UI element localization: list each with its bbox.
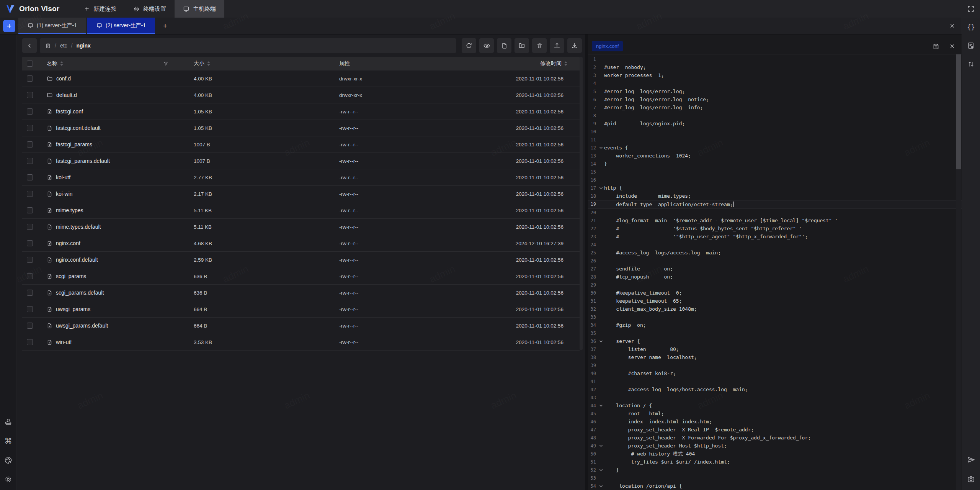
fold-toggle[interactable]	[598, 154, 604, 158]
fold-toggle[interactable]	[598, 243, 604, 247]
fold-toggle[interactable]	[598, 428, 604, 432]
file-row[interactable]: mime.types.default 5.11 KB -rw-r--r-- 20…	[22, 219, 580, 235]
fold-toggle[interactable]	[598, 138, 604, 142]
file-row[interactable]: mime.types 5.11 KB -rw-r--r-- 2020-11-01…	[22, 202, 580, 219]
code-line[interactable]: 21 #log_format main '$remote_addr - $rem…	[588, 216, 962, 225]
row-checkbox[interactable]	[27, 207, 33, 213]
file-row[interactable]: scgi_params 636 B -rw-r--r-- 2020-11-01 …	[22, 268, 580, 285]
fold-toggle[interactable]	[598, 82, 604, 85]
fold-toggle[interactable]	[598, 484, 604, 488]
file-row[interactable]: nginx.conf 4.68 KB -rw-r--r-- 2024-12-10…	[22, 235, 580, 252]
code-line[interactable]: 50 # web history 模式 404	[588, 450, 962, 458]
code-line[interactable]: 17 http {	[588, 184, 962, 192]
fold-toggle[interactable]	[598, 323, 604, 327]
code-line[interactable]: 5 #error_log logs/error.log;	[588, 87, 962, 95]
preview-button[interactable]	[479, 38, 494, 53]
fold-toggle[interactable]	[598, 275, 604, 279]
fold-toggle[interactable]	[598, 404, 604, 408]
code-line[interactable]: 41	[588, 377, 962, 385]
fold-toggle[interactable]	[598, 291, 604, 295]
fold-toggle[interactable]	[598, 267, 604, 271]
code-line[interactable]: 47 proxy_set_header X-Real-IP $remote_ad…	[588, 426, 962, 434]
fold-toggle[interactable]	[598, 468, 604, 472]
file-row[interactable]: koi-utf 2.77 KB -rw-r--r-- 2020-11-01 10…	[22, 169, 580, 186]
row-checkbox[interactable]	[27, 191, 33, 197]
file-list-scrollbar[interactable]	[580, 57, 583, 350]
doc-info-icon[interactable]	[967, 41, 975, 50]
select-all-checkbox[interactable]	[27, 61, 33, 67]
editor-scrollbar-thumb[interactable]	[956, 54, 961, 169]
filter-icon[interactable]	[163, 61, 168, 66]
code-line[interactable]: 6 #error_log logs/error.log notice;	[588, 95, 962, 103]
download-button[interactable]	[567, 38, 582, 53]
file-row[interactable]: fastcgi.conf 1.05 KB -rw-r--r-- 2020-11-…	[22, 103, 580, 120]
fold-toggle[interactable]	[598, 202, 604, 206]
path-breadcrumb[interactable]: / etc / nginx	[40, 38, 456, 53]
file-row[interactable]: uwsgi_params.default 664 B -rw-r--r-- 20…	[22, 318, 580, 334]
code-line[interactable]: 15	[588, 168, 962, 176]
code-line[interactable]: 48 proxy_set_header X-Forwarded-For $pro…	[588, 434, 962, 442]
row-checkbox[interactable]	[27, 92, 33, 98]
row-checkbox[interactable]	[27, 75, 33, 82]
fold-toggle[interactable]	[598, 420, 604, 424]
file-row[interactable]: fastcgi_params.default 1007 B -rw-r--r--…	[22, 153, 580, 169]
code-line[interactable]: 24	[588, 241, 962, 249]
new-file-button[interactable]	[497, 38, 511, 53]
code-editor[interactable]: 1 2 #user nobody; 3 worker_processes 1; …	[588, 54, 962, 490]
fold-toggle[interactable]	[598, 122, 604, 126]
fold-toggle[interactable]	[598, 364, 604, 367]
fold-toggle[interactable]	[598, 372, 604, 375]
fold-toggle[interactable]	[598, 186, 604, 190]
fold-toggle[interactable]	[598, 146, 604, 150]
add-tab-button[interactable]: +	[156, 18, 174, 34]
code-line[interactable]: 18 include mime.types;	[588, 192, 962, 200]
fold-toggle[interactable]	[598, 396, 604, 400]
tab-server-2[interactable]: (2) server-生产-1	[87, 18, 155, 34]
fold-toggle[interactable]	[598, 444, 604, 448]
fold-toggle[interactable]	[598, 194, 604, 198]
code-line[interactable]: 36 server {	[588, 337, 962, 345]
code-line[interactable]: 16	[588, 176, 962, 184]
row-checkbox[interactable]	[27, 306, 33, 312]
code-line[interactable]: 34 #gzip on;	[588, 321, 962, 329]
code-line[interactable]: 54 location /orion/api {	[588, 482, 962, 490]
menu-new-connection[interactable]: 新建连接	[75, 0, 125, 18]
open-file-badge[interactable]: nginx.conf	[592, 41, 623, 51]
code-line[interactable]: 29	[588, 281, 962, 289]
braces-icon[interactable]: {}	[967, 23, 975, 31]
fullscreen-icon[interactable]	[967, 5, 975, 13]
row-checkbox[interactable]	[27, 108, 33, 115]
fold-toggle[interactable]	[598, 114, 604, 118]
code-line[interactable]: 46 index index.html index.htm;	[588, 418, 962, 426]
fold-toggle[interactable]	[598, 66, 604, 69]
code-line[interactable]: 20	[588, 208, 962, 216]
back-button[interactable]	[22, 38, 37, 53]
row-checkbox[interactable]	[27, 290, 33, 296]
row-checkbox[interactable]	[27, 224, 33, 230]
fold-toggle[interactable]	[598, 299, 604, 303]
palette-icon[interactable]	[4, 456, 12, 465]
fold-toggle[interactable]	[598, 57, 604, 61]
command-icon[interactable]: ⌘	[5, 436, 12, 446]
code-line[interactable]: 3 worker_processes 1;	[588, 71, 962, 79]
fold-toggle[interactable]	[598, 211, 604, 215]
code-line[interactable]: 30 #keepalive_timeout 0;	[588, 289, 962, 297]
fold-toggle[interactable]	[598, 98, 604, 102]
breadcrumb-segment-nginx[interactable]: nginx	[76, 43, 90, 49]
code-line[interactable]: 9 #pid logs/nginx.pid;	[588, 120, 962, 128]
code-line[interactable]: 4	[588, 79, 962, 87]
code-line[interactable]: 12 events {	[588, 144, 962, 152]
screenshot-icon[interactable]	[967, 475, 975, 483]
file-row[interactable]: uwsgi_params 664 B -rw-r--r-- 2020-11-01…	[22, 301, 580, 318]
fold-toggle[interactable]	[598, 178, 604, 182]
save-file-button[interactable]	[931, 41, 941, 51]
fold-toggle[interactable]	[598, 307, 604, 311]
swap-vertical-icon[interactable]	[967, 60, 975, 68]
code-line[interactable]: 45 root html;	[588, 410, 962, 418]
code-line[interactable]: 31 keepalive_timeout 65;	[588, 297, 962, 305]
file-row[interactable]: conf.d 4.00 KB drwxr-xr-x 2020-11-01 10:…	[22, 70, 580, 87]
row-checkbox[interactable]	[27, 125, 33, 131]
breadcrumb-segment-etc[interactable]: etc	[60, 43, 67, 49]
file-row[interactable]: scgi_params.default 636 B -rw-r--r-- 202…	[22, 285, 580, 301]
fold-toggle[interactable]	[598, 315, 604, 319]
